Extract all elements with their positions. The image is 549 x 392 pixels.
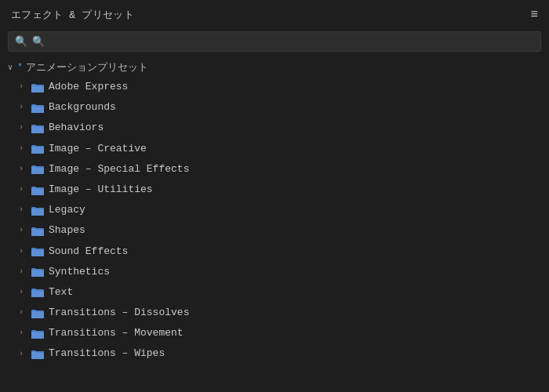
list-item[interactable]: › Transitions – Wipes — [3, 343, 546, 364]
item-label: Transitions – Wipes — [49, 347, 165, 361]
list-item[interactable]: › Text — [3, 282, 546, 303]
list-item[interactable]: › Shapes — [3, 220, 546, 241]
chevron-right-icon: › — [19, 349, 27, 360]
chevron-right-icon: › — [19, 102, 27, 113]
folder-icon — [31, 287, 44, 297]
item-label: Shapes — [49, 223, 85, 238]
folder-icon — [31, 185, 44, 195]
item-label: Text — [49, 285, 73, 299]
list-item[interactable]: › Image – Special Effects — [3, 159, 546, 180]
list-item[interactable]: › Image – Creative — [3, 139, 546, 159]
search-input[interactable] — [32, 36, 534, 48]
search-container: 🔍 — [0, 28, 549, 58]
item-label: Legacy — [49, 203, 85, 217]
tree-items-list: › Adobe Express› Backgrounds› Behaviors›… — [3, 77, 546, 365]
item-label: Transitions – Movement — [49, 326, 184, 340]
folder-icon — [31, 143, 44, 154]
folder-icon — [31, 82, 44, 93]
panel-header: エフェクト & プリセット ≡ — [0, 0, 549, 28]
list-item[interactable]: › Transitions – Movement — [3, 323, 546, 343]
list-item[interactable]: › Behaviors — [3, 118, 546, 138]
list-item[interactable]: › Adobe Express — [3, 77, 546, 97]
chevron-right-icon: › — [19, 246, 27, 257]
folder-icon — [31, 164, 44, 174]
item-label: Image – Utilities — [49, 183, 153, 197]
panel-title: エフェクト & プリセット — [11, 8, 134, 22]
folder-icon — [31, 267, 44, 277]
menu-icon[interactable]: ≡ — [530, 9, 538, 21]
section-label: アニメーションプリセット — [26, 60, 148, 74]
folder-icon — [31, 328, 44, 339]
folder-icon — [31, 349, 44, 359]
chevron-right-icon: › — [19, 307, 27, 318]
chevron-right-icon: › — [19, 225, 27, 236]
list-item[interactable]: › Sound Effects — [3, 241, 546, 262]
chevron-right-icon: › — [19, 122, 27, 133]
list-item[interactable]: › Transitions – Dissolves — [3, 303, 546, 323]
section-header[interactable]: ∨ * アニメーションプリセット — [3, 58, 546, 77]
item-label: Adobe Express — [49, 80, 128, 94]
list-item[interactable]: › Backgrounds — [3, 97, 546, 118]
item-label: Image – Creative — [49, 142, 147, 156]
tree-container: ∨ * アニメーションプリセット › Adobe Express› Backgr… — [0, 58, 549, 392]
folder-icon — [31, 103, 44, 113]
item-label: Behaviors — [49, 121, 104, 135]
effects-presets-panel: エフェクト & プリセット ≡ 🔍 ∨ * アニメーションプリセット › Ado… — [0, 0, 549, 392]
folder-icon — [31, 308, 44, 318]
folder-icon — [31, 123, 44, 133]
list-item[interactable]: › Legacy — [3, 200, 546, 220]
chevron-right-icon: › — [19, 164, 27, 175]
chevron-right-icon: › — [19, 205, 27, 216]
list-item[interactable]: › Synthetics — [3, 262, 546, 282]
chevron-right-icon: › — [19, 328, 27, 339]
chevron-right-icon: › — [19, 267, 27, 278]
chevron-right-icon: › — [19, 82, 27, 93]
section-chevron-icon: ∨ — [8, 63, 13, 72]
folder-icon — [31, 226, 44, 236]
chevron-right-icon: › — [19, 184, 27, 195]
list-item[interactable]: › Image – Utilities — [3, 180, 546, 200]
search-wrapper: 🔍 — [8, 31, 541, 52]
folder-icon — [31, 246, 44, 256]
item-label: Synthetics — [49, 265, 110, 279]
chevron-right-icon: › — [19, 287, 27, 298]
folder-icon — [31, 205, 44, 216]
item-label: Transitions – Dissolves — [49, 306, 189, 320]
item-label: Sound Effects — [49, 245, 128, 259]
section-star-icon: * — [17, 62, 23, 73]
item-label: Image – Special Effects — [49, 162, 189, 176]
chevron-right-icon: › — [19, 143, 27, 154]
item-label: Backgrounds — [49, 100, 116, 114]
search-icon: 🔍 — [15, 35, 27, 48]
